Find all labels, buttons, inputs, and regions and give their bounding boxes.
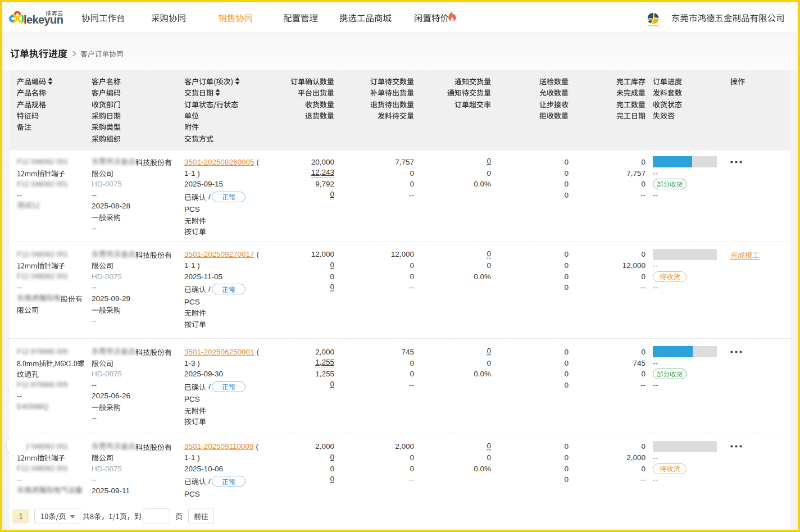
svg-text:HONGDA: HONGDA: [648, 24, 659, 27]
